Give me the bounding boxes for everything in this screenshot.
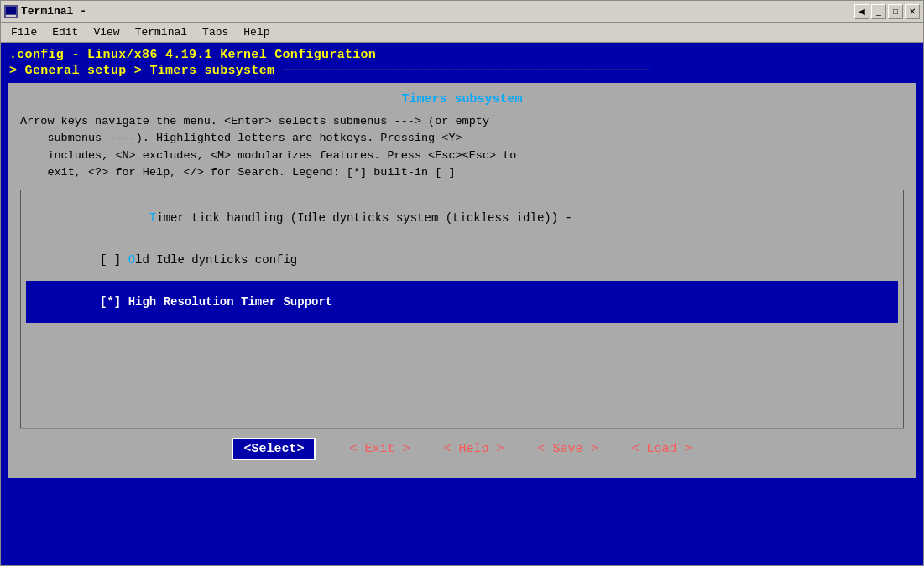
- menu-edit[interactable]: Edit: [45, 24, 85, 40]
- menu-help[interactable]: Help: [237, 24, 276, 40]
- button-bar: <Select> < Exit > < Help > < Save > < Lo…: [20, 428, 904, 469]
- close-button[interactable]: ✕: [905, 4, 920, 19]
- highlight-T: T: [149, 211, 156, 225]
- menu-box: Timer tick handling (Idle dynticks syste…: [20, 190, 904, 428]
- highlight-H: H: [128, 295, 135, 309]
- menu-item-high-res[interactable]: [*] High Resolution Timer Support: [26, 281, 898, 323]
- exit-button[interactable]: < Exit >: [349, 442, 410, 456]
- menu-bar: File Edit View Terminal Tabs Help: [1, 23, 923, 43]
- dialog-box: Timers subsystem Arrow keys navigate the…: [8, 83, 916, 478]
- svg-rect-1: [6, 7, 16, 14]
- maximize-button[interactable]: □: [888, 4, 903, 19]
- back-button[interactable]: ◀: [854, 4, 869, 19]
- title-bar: Terminal - ◀ _ □ ✕: [1, 1, 923, 23]
- breadcrumb-line1: .config - Linux/x86 4.19.1 Kernel Config…: [1, 43, 923, 64]
- breadcrumb-line2: > General setup > Timers subsystem ─────…: [1, 64, 923, 81]
- title-bar-left: Terminal -: [4, 5, 86, 18]
- menu-tabs[interactable]: Tabs: [196, 24, 235, 40]
- svg-rect-2: [6, 15, 16, 17]
- select-button[interactable]: <Select>: [232, 438, 316, 460]
- menu-view[interactable]: View: [86, 24, 126, 40]
- highlight-O: O: [128, 253, 135, 267]
- terminal-content: .config - Linux/x86 4.19.1 Kernel Config…: [1, 43, 923, 565]
- menu-file[interactable]: File: [4, 24, 44, 40]
- minimize-button[interactable]: _: [871, 4, 886, 19]
- menu-item-old-idle[interactable]: [ ] Old Idle dynticks config: [26, 239, 898, 281]
- save-button[interactable]: < Save >: [538, 442, 598, 456]
- menu-terminal[interactable]: Terminal: [128, 24, 194, 40]
- help-button[interactable]: < Help >: [443, 442, 504, 456]
- window-title: Terminal -: [21, 5, 86, 18]
- help-text: Arrow keys navigate the menu. <Enter> se…: [20, 113, 904, 181]
- terminal-icon: [4, 5, 18, 18]
- dialog-title: Timers subsystem: [20, 92, 904, 106]
- menu-item-timer-tick[interactable]: Timer tick handling (Idle dynticks syste…: [26, 197, 898, 239]
- terminal-window: Terminal - ◀ _ □ ✕ File Edit View Termin…: [0, 0, 924, 566]
- title-bar-buttons: ◀ _ □ ✕: [854, 4, 920, 19]
- load-button[interactable]: < Load >: [632, 442, 692, 456]
